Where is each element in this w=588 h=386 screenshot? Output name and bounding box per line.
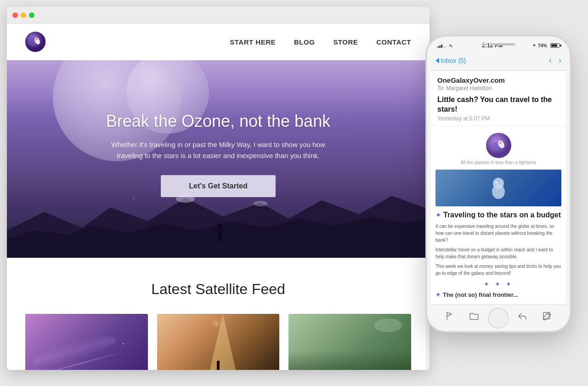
logo-icon	[25, 32, 45, 52]
next-star-icon: ✦	[435, 291, 441, 298]
phone-speaker	[490, 43, 515, 45]
email-divider: ✦ ✦ ✦	[435, 280, 561, 288]
hero-content: Break the Ozone, not the bank Whether it…	[80, 112, 356, 197]
status-battery: ✦ 74%	[532, 43, 560, 48]
close-button[interactable]	[12, 12, 18, 18]
email-back-button[interactable]: Inbox (5)	[435, 57, 466, 64]
email-body: All the planets in less than a lightyear	[431, 126, 566, 327]
signal-bar-1	[437, 46, 439, 48]
nav-store[interactable]: STORE	[333, 38, 358, 46]
person-silhouette	[218, 228, 221, 242]
nav-start-here[interactable]: START HERE	[230, 38, 276, 46]
nav-contact[interactable]: CONTACT	[376, 38, 411, 46]
flag-button[interactable]	[444, 311, 455, 322]
maximize-button[interactable]	[29, 12, 34, 18]
wifi-icon: ∿	[449, 43, 452, 48]
prev-email-button[interactable]: ‹	[549, 56, 552, 65]
email-nav-arrows: ‹ ›	[549, 56, 561, 65]
compose-button[interactable]	[542, 311, 553, 322]
inbox-label: Inbox (5)	[441, 57, 466, 64]
phone-top-hardware	[482, 42, 515, 46]
svg-point-15	[492, 184, 505, 199]
next-title-text: The (not so) final frontier...	[443, 291, 518, 298]
site-logo	[25, 32, 45, 52]
article-title-text: Traveling to the stars on a budget	[443, 211, 561, 219]
minimize-button[interactable]	[21, 12, 26, 18]
signal-bars-icon	[437, 43, 446, 48]
newsletter-hero-image	[435, 170, 561, 206]
site-nav: START HERE BLOG STORE CONTACT	[230, 38, 411, 46]
email-body-text-3: This week we look at money saving tips a…	[435, 263, 561, 277]
phone-mockup: ∿ 2:12 PM ✦ 74% Inbox (5) ‹ ›	[427, 37, 570, 331]
feed-card-3[interactable]	[288, 314, 411, 370]
email-subject: Little cash? You can travel to the stars…	[437, 95, 560, 114]
email-body-text-2: Interstellar travel on a budget is withi…	[435, 246, 561, 260]
signal-bar-3	[441, 45, 442, 48]
email-from: OneGalaxyOver.com	[437, 76, 560, 84]
hero-cta-button[interactable]: Let's Get Started	[161, 175, 275, 197]
newsletter-tagline: All the planets in less than a lightyear	[435, 160, 561, 165]
site-header: START HERE BLOG STORE CONTACT	[7, 23, 430, 60]
hero-subtitle: Whether it's traveling in or past the Mi…	[99, 139, 338, 161]
astronaut-image	[435, 170, 561, 206]
battery-fill	[551, 44, 557, 47]
signal-bar-2	[439, 45, 441, 48]
phone-screen: ∿ 2:12 PM ✦ 74% Inbox (5) ‹ ›	[431, 40, 566, 327]
feed-card-2[interactable]	[157, 314, 280, 370]
star-bullet-icon: ✦	[435, 211, 441, 219]
email-navbar: Inbox (5) ‹ ›	[431, 51, 566, 71]
feed-title: Latest Satellite Feed	[25, 281, 411, 298]
email-to: To: Margaret Hamilton	[437, 85, 560, 91]
email-next-article-title: ✦ The (not so) final frontier...	[435, 291, 561, 298]
email-recipient: Margaret Hamilton	[446, 85, 492, 91]
feed-card-1[interactable]	[25, 314, 148, 370]
reply-button[interactable]	[517, 311, 528, 322]
email-header: OneGalaxyOver.com To: Margaret Hamilton …	[431, 71, 566, 126]
email-newsletter: All the planets in less than a lightyear	[431, 126, 566, 305]
browser-window: START HERE BLOG STORE CONTACT	[7, 7, 430, 370]
browser-titlebar	[7, 7, 430, 23]
folder-button[interactable]	[469, 311, 480, 322]
svg-point-16	[495, 181, 498, 184]
email-article-title: ✦ Traveling to the stars on a budget	[435, 211, 561, 219]
chevron-left-icon	[435, 58, 439, 63]
bluetooth-icon: ✦	[532, 43, 536, 48]
email-to-label: To:	[437, 85, 445, 91]
next-email-button[interactable]: ›	[559, 56, 561, 65]
signal-bar-5	[445, 46, 446, 48]
battery-icon	[550, 43, 560, 48]
svg-point-8	[254, 201, 268, 206]
email-date: Yesterday at 5:07 PM	[437, 115, 560, 122]
battery-percent: 74%	[538, 43, 547, 48]
newsletter-logo-area: All the planets in less than a lightyear	[435, 133, 561, 165]
email-body-text-1: It can be expensive traveling around the…	[435, 223, 561, 244]
hero-section: Break the Ozone, not the bank Whether it…	[7, 60, 430, 258]
phone-home-button[interactable]	[488, 308, 509, 329]
status-signal: ∿	[437, 43, 452, 48]
signal-bar-4	[443, 46, 444, 48]
feed-section: Latest Satellite Feed	[7, 258, 430, 370]
svg-rect-18	[543, 312, 550, 319]
feed-grid	[25, 314, 411, 370]
browser-dots	[12, 12, 34, 18]
newsletter-logo-icon	[486, 133, 511, 158]
nav-blog[interactable]: BLOG	[294, 38, 315, 46]
phone-camera	[482, 42, 486, 46]
hero-title: Break the Ozone, not the bank	[99, 112, 338, 131]
